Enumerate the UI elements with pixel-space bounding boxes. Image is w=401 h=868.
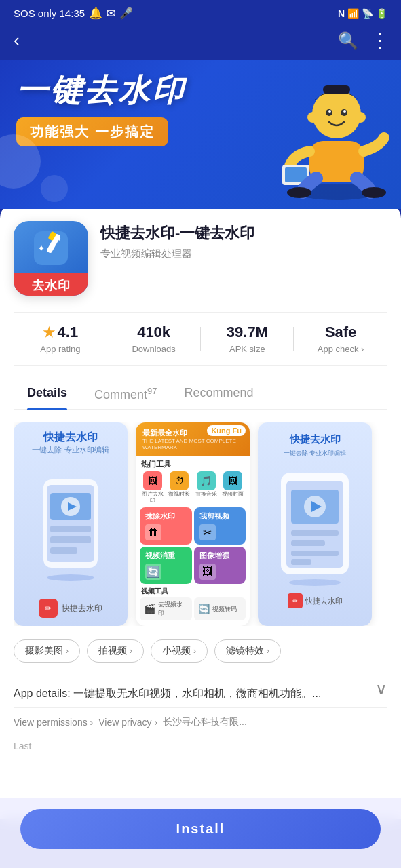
tab-recommend[interactable]: Recommend: [171, 379, 267, 409]
svg-rect-22: [50, 526, 91, 532]
install-bar: Install: [0, 798, 401, 868]
safety-value: Safe: [325, 323, 356, 341]
tag-short-video[interactable]: 小视频 ›: [151, 639, 208, 663]
app-description: 专业视频编辑处理器: [100, 248, 387, 260]
tag-filter[interactable]: 滤镜特效 ›: [214, 639, 281, 663]
app-details-text: 一键提取无水印视频，水印相机，微商相机功能。...: [73, 688, 321, 699]
hero-subtitle: 功能强大 一步搞定: [16, 117, 168, 146]
tab-comment[interactable]: Comment97: [81, 379, 171, 409]
app-name: 快捷去水印-一键去水印: [100, 224, 387, 243]
svg-rect-23: [50, 536, 91, 543]
status-left: SOS only 14:35 🔔 ✉ 🎤: [14, 7, 133, 20]
status-right: N 📶 📡 🔋: [338, 8, 387, 19]
screenshot-3: 快捷去水印 一键去除 专业水印编辑 ✏ 快捷去水印: [258, 422, 372, 626]
notification-icon: 🔔: [89, 7, 102, 20]
svg-point-6: [328, 110, 331, 113]
expand-details-button[interactable]: ∨: [375, 676, 387, 702]
search-button[interactable]: 🔍: [338, 31, 358, 50]
app-details-prefix: App details:: [14, 688, 71, 699]
status-text: SOS only 14:35: [14, 7, 85, 19]
tag-video[interactable]: 拍视频 ›: [87, 639, 144, 663]
svg-rect-34: [291, 540, 325, 546]
svg-text:✦: ✦: [56, 235, 62, 243]
app-meta: 快捷去水印-一键去水印 专业视频编辑处理器: [100, 221, 387, 260]
ss1-title: 快捷去水印: [32, 431, 109, 445]
message-icon: ✉: [107, 7, 115, 20]
tag-arrow-icon: ›: [66, 646, 69, 656]
app-details-section: App details: 一键提取无水印视频，水印相机，微商相机功能。... ∨: [14, 676, 387, 702]
tab-details[interactable]: Details: [14, 379, 81, 409]
svg-rect-36: [291, 559, 311, 565]
svg-point-10: [287, 187, 311, 198]
rating-value: 4.1: [58, 323, 79, 341]
svg-point-11: [362, 187, 386, 198]
nfc-icon: N: [338, 8, 345, 19]
size-label: APK size: [201, 344, 294, 354]
safety-label: App check ›: [294, 344, 387, 354]
screenshots-row[interactable]: 快捷去水印 一键去除 专业水印编辑: [14, 422, 387, 626]
svg-rect-3: [323, 85, 350, 94]
back-button[interactable]: ‹: [14, 30, 20, 51]
svg-rect-24: [50, 547, 77, 554]
tab-bar: Details Comment97 Recommend: [14, 379, 387, 410]
screenshot-2: 最新最全水印 THE LATEST AND MOST COMPLETE WATE…: [136, 422, 250, 626]
tags-row: 摄影美图 › 拍视频 › 小视频 › 滤镜特效 ›: [14, 639, 387, 663]
stat-safety[interactable]: Safe App check ›: [294, 323, 387, 354]
stat-rating: ★ 4.1 App rating: [14, 323, 107, 354]
svg-point-27: [47, 574, 94, 581]
app-icon: ✦ ✦ 去水印: [14, 221, 88, 296]
more-button[interactable]: ⋮: [370, 29, 387, 52]
ss1-logo: ✏ 快捷去水印: [39, 599, 102, 618]
tag-arrow-icon: ›: [193, 646, 196, 656]
nav-actions: 🔍 ⋮: [338, 29, 387, 52]
install-button[interactable]: Install: [20, 809, 381, 849]
wifi-icon: 📡: [362, 8, 373, 19]
tag-arrow-icon: ›: [130, 646, 132, 656]
svg-rect-33: [291, 530, 339, 536]
company-link[interactable]: 长沙寻心科技有限...: [163, 716, 247, 728]
size-value: 39.7M: [201, 323, 294, 341]
svg-text:✦: ✦: [37, 243, 45, 254]
stats-row: ★ 4.1 App rating 410k Downloads 39.7M AP…: [14, 312, 387, 366]
view-privacy-link[interactable]: View privacy ›: [98, 716, 157, 728]
mic-icon: 🎤: [119, 7, 133, 20]
status-bar: SOS only 14:35 🔔 ✉ 🎤 N 📶 📡 🔋: [0, 0, 401, 24]
downloads-label: Downloads: [107, 344, 201, 354]
app-icon-graphic: ✦ ✦: [31, 228, 71, 273]
battery-icon: 🔋: [376, 8, 387, 19]
svg-rect-35: [291, 551, 339, 556]
app-icon-badge: 去水印: [14, 273, 88, 296]
svg-point-12: [307, 112, 318, 123]
signal-icon: 📶: [347, 8, 359, 19]
view-permissions-link[interactable]: View permissions ›: [14, 716, 93, 728]
svg-point-7: [343, 110, 346, 113]
star-icon: ★: [43, 324, 55, 340]
top-nav: ‹ 🔍 ⋮: [0, 24, 401, 60]
main-card: ✦ ✦ 去水印 快捷去水印-一键去水印 专业视频编辑处理器 ★ 4.1 App …: [0, 202, 401, 819]
rating-label: App rating: [14, 344, 107, 354]
svg-point-37: [289, 579, 341, 586]
svg-point-2: [312, 90, 361, 138]
links-row: View permissions › View privacy › 长沙寻心科技…: [14, 707, 387, 736]
stat-size: 39.7M APK size: [201, 323, 294, 354]
screenshot-1: 快捷去水印 一键去除 专业水印编辑: [14, 422, 128, 626]
downloads-value: 410k: [107, 323, 201, 341]
hero-banner: 一键去水印 功能强大 一步搞定: [0, 60, 401, 209]
tag-arrow-icon: ›: [267, 646, 269, 656]
stat-downloads: 410k Downloads: [107, 323, 201, 354]
hero-character: [279, 66, 394, 195]
app-info: ✦ ✦ 去水印 快捷去水印-一键去水印 专业视频编辑处理器: [14, 221, 387, 296]
ss1-subtitle: 一键去除 专业水印编辑: [32, 445, 109, 455]
svg-point-13: [355, 112, 366, 123]
tag-photo[interactable]: 摄影美图 ›: [14, 639, 80, 663]
